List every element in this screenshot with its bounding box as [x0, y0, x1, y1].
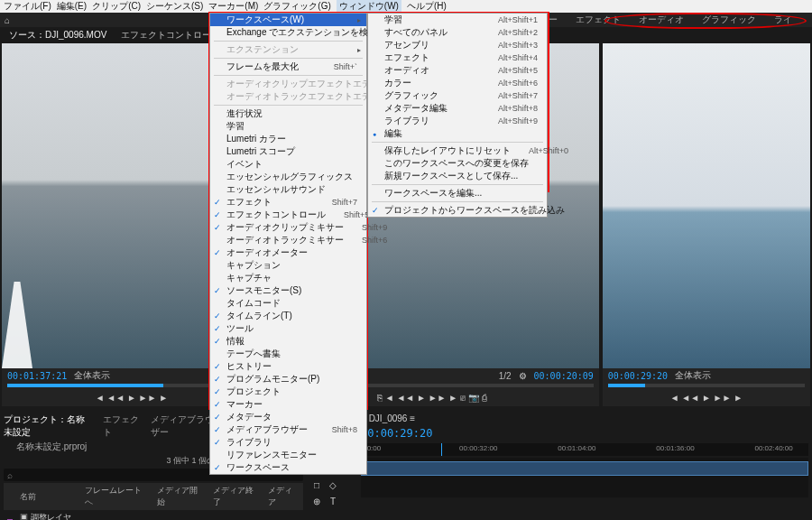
source-fit[interactable]: 全体表示 — [74, 369, 110, 382]
menu-item[interactable]: ヒストリー — [210, 360, 366, 373]
timeline-clip[interactable] — [361, 461, 808, 476]
menu-item[interactable]: プロジェクト — [210, 385, 366, 398]
timeline-panel[interactable]: × DJI_0096 ≡ 00:00:29:20 :00:0000:00:32:… — [357, 410, 812, 520]
timeline-tracks[interactable] — [361, 458, 808, 497]
tool-6[interactable]: □ — [310, 478, 323, 491]
menu-item[interactable]: このワークスペースへの変更を保存 — [368, 157, 547, 170]
project-tab-1[interactable]: エフェクト — [103, 413, 140, 439]
right-controls: 00:00:29:20 全体表示 — [603, 368, 810, 383]
menubar[interactable]: ファイル(F)編集(E)クリップ(C)シーケンス(S)マーカー(M)グラフィック… — [0, 0, 812, 13]
right-viewer: 00:00:29:20 全体表示 ◄ ◄◄ ► ►► ► — [603, 43, 810, 406]
right-fit[interactable]: 全体表示 — [675, 369, 711, 382]
menu-item[interactable]: カラーAlt+Shift+6 — [368, 77, 547, 89]
menu-item[interactable]: ツール — [210, 322, 366, 335]
project-table[interactable]: 名前フレームレート へメディア開始メディア終了メディア ▣ 調整レイヤー▤ DJ… — [4, 483, 303, 520]
menu-item[interactable]: エッセンシャルグラフィックス — [210, 171, 366, 183]
workspace-tab-2[interactable]: エフェクト — [576, 14, 621, 26]
right-frame[interactable] — [603, 43, 810, 368]
workspace-tab-3[interactable]: オーディオ — [639, 14, 684, 26]
menu-item[interactable]: ソースモニター(S) — [210, 284, 366, 297]
menu-item[interactable]: オーディオメーター — [210, 246, 366, 259]
menu-item[interactable]: キャプチャ — [210, 272, 366, 284]
ruler-tick: 00:01:36:00 — [656, 444, 694, 452]
menu-item[interactable]: メタデータ — [210, 411, 366, 423]
lower-panels: プロジェクト：名称未設定エフェクトメディアブラウザーCC ライブラリ情報 名称未… — [0, 410, 812, 520]
menu-item[interactable]: エフェクトAlt+Shift+4 — [368, 51, 547, 64]
menu-item[interactable]: 編集 — [368, 127, 547, 140]
menu-item[interactable]: ワークスペース — [210, 461, 366, 474]
menu-6[interactable]: ウィンドウ(W) — [337, 0, 401, 13]
menu-item[interactable]: Lumetri カラー — [210, 133, 366, 145]
menu-item[interactable]: ライブラリ — [210, 436, 366, 449]
menu-item[interactable]: アセンブリAlt+Shift+3 — [368, 39, 547, 51]
menu-1[interactable]: 編集(E) — [57, 0, 87, 13]
project-tab-0[interactable]: プロジェクト：名称未設定 — [4, 413, 92, 439]
menu-item[interactable]: すべてのパネルAlt+Shift+2 — [368, 26, 547, 39]
tool-8[interactable]: ⊕ — [310, 495, 323, 507]
menu-item[interactable]: 保存したレイアウトにリセットAlt+Shift+0 — [368, 144, 547, 157]
menu-item[interactable]: 情報 — [210, 335, 366, 348]
home-icon[interactable]: ⌂ — [0, 15, 14, 25]
menu-item[interactable]: Lumetri スコープ — [210, 145, 366, 158]
menu-item[interactable]: エフェクトShift+7 — [210, 196, 366, 209]
menu-2[interactable]: クリップ(C) — [92, 0, 141, 13]
menu-item[interactable]: オーディオクリップミキサーShift+9 — [210, 221, 366, 234]
menu-item[interactable]: オーディオトラックエフェクトエディター — [210, 90, 366, 103]
menu-item[interactable]: キャプション — [210, 259, 366, 272]
menu-item[interactable]: オーディオAlt+Shift+5 — [368, 64, 547, 77]
project-tab-2[interactable]: メディアブラウザー — [151, 413, 217, 439]
menu-item[interactable]: マーカー — [210, 398, 366, 411]
workspace-tab-4[interactable]: グラフィック — [702, 14, 756, 26]
menu-item[interactable]: メタデータ編集Alt+Shift+8 — [368, 102, 547, 115]
wrench-icon[interactable]: ⚙ — [519, 371, 527, 381]
menu-item[interactable]: グラフィックAlt+Shift+7 — [368, 89, 547, 102]
menu-item[interactable]: リファレンスモニター — [210, 449, 366, 461]
timeline-timecode: 00:00:29:20 — [361, 427, 808, 440]
menu-item[interactable]: イベント — [210, 158, 366, 171]
right-timecode: 00:00:29:20 — [608, 371, 668, 381]
right-transport[interactable]: ◄ ◄◄ ► ►► ► — [603, 388, 810, 406]
menu-item[interactable]: オーディオクリップエフェクトエディター — [210, 78, 366, 90]
project-row[interactable]: ▣ 調整レイヤー — [4, 510, 303, 520]
menu-item[interactable]: エッセンシャルサウンド — [210, 183, 366, 196]
menu-item[interactable]: タイムライン(T) — [210, 310, 366, 322]
timeline-ruler[interactable]: :00:0000:00:32:0000:01:04:0000:01:36:000… — [361, 443, 808, 456]
menu-4[interactable]: マーカー(M) — [208, 0, 258, 13]
menu-item[interactable]: メディアブラウザーShift+8 — [210, 423, 366, 436]
ruler-tick: 00:02:40:00 — [754, 444, 792, 452]
menu-item[interactable]: Exchange でエクステンションを検索... — [210, 26, 366, 39]
menu-item[interactable]: 進行状況 — [210, 107, 366, 120]
menu-item[interactable]: プログラムモニター(P) — [210, 373, 366, 385]
menu-item[interactable]: プロジェクトからワークスペースを読み込み — [368, 204, 547, 217]
menu-5[interactable]: グラフィック(G) — [263, 0, 330, 13]
menu-7[interactable]: ヘルプ(H) — [407, 0, 447, 13]
source-tab-fx[interactable]: エフェクトコントロール — [121, 29, 220, 42]
menu-item[interactable]: エフェクトコントロールShift+5 — [210, 209, 366, 221]
window-menu[interactable]: ワークスペース(W)Exchange でエクステンションを検索...エクステンシ… — [209, 13, 367, 475]
menu-item[interactable]: フレームを最大化Shift+` — [210, 60, 366, 73]
menu-item[interactable]: 学習 — [210, 120, 366, 133]
timeline-tab[interactable]: × DJI_0096 ≡ — [361, 413, 808, 423]
menu-item[interactable]: テープへ書集 — [210, 348, 366, 360]
menu-item[interactable]: タイムコード — [210, 297, 366, 310]
menu-item[interactable]: ワークスペース(W) — [210, 14, 366, 26]
right-scrub[interactable] — [603, 383, 810, 388]
menu-item[interactable]: ワークスペースを編集... — [368, 187, 547, 200]
search-icon: ⌕ — [7, 470, 13, 480]
tool-9[interactable]: T — [327, 495, 339, 507]
playhead[interactable] — [441, 443, 442, 456]
menu-item[interactable]: ライブラリAlt+Shift+9 — [368, 115, 547, 127]
menu-0[interactable]: ファイル(F) — [4, 0, 51, 13]
menu-item[interactable]: 新規ワークスペースとして保存... — [368, 170, 547, 182]
source-tab-primary[interactable]: ソース：DJI_0096.MOV — [9, 29, 106, 42]
menu-3[interactable]: シーケンス(S) — [146, 0, 203, 13]
program-timecode: 00:00:20:09 — [534, 371, 594, 381]
menu-item[interactable]: エクステンション — [210, 43, 366, 56]
source-timecode: 00:01:37:21 — [7, 371, 67, 381]
menu-item[interactable]: 学習Alt+Shift+1 — [368, 14, 547, 26]
workspace-tab-5[interactable]: ライ — [774, 14, 792, 26]
program-ratio[interactable]: 1/2 — [499, 371, 512, 381]
workspace-submenu[interactable]: 学習Alt+Shift+1すべてのパネルAlt+Shift+2アセンブリAlt+… — [367, 13, 548, 218]
tool-7[interactable]: ◇ — [327, 478, 339, 491]
menu-item[interactable]: オーディオトラックミキサーShift+6 — [210, 234, 366, 246]
